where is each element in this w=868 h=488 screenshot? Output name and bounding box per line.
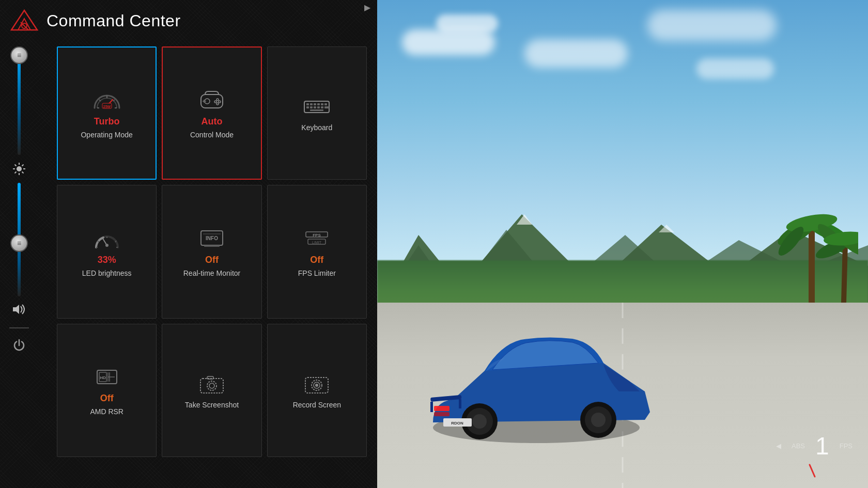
svg-rect-36 — [324, 103, 327, 105]
fps-display-icon: FPS LIMIT — [301, 226, 332, 251]
svg-point-67 — [209, 383, 214, 388]
svg-text:RDON: RDON — [451, 421, 463, 426]
hd-badge-icon: HD — [91, 364, 122, 390]
cloud-2 — [436, 14, 498, 33]
hud-abs-label: ABS — [792, 442, 805, 450]
svg-marker-12 — [13, 305, 19, 314]
game-view: RDON ◀ ABS 1 FPS — [377, 0, 868, 488]
svg-line-9 — [22, 172, 24, 174]
car-svg: RDON — [402, 278, 671, 464]
svg-rect-31 — [306, 103, 309, 105]
fps-limiter-cell[interactable]: FPS LIMIT Off FPS Limiter — [267, 185, 367, 318]
take-screenshot-cell[interactable]: Take Screenshot — [162, 324, 261, 457]
led-brightness-cell[interactable]: 33% LED brightness — [57, 185, 157, 318]
hud-speed: 1 — [815, 432, 829, 460]
svg-point-94 — [472, 414, 487, 429]
svg-point-50 — [105, 244, 109, 247]
svg-rect-52 — [204, 245, 220, 247]
control-mode-cell[interactable]: Auto Control Mode — [162, 46, 261, 180]
realtime-monitor-cell[interactable]: INFO Off Real-time Monitor — [162, 185, 261, 318]
tach-indicator-svg — [776, 462, 817, 478]
amd-rsr-label: AMD RSR — [90, 407, 123, 416]
control-mode-label: Control Mode — [190, 130, 234, 139]
keyboard-cell[interactable]: Keyboard — [267, 46, 367, 180]
svg-rect-32 — [310, 103, 313, 105]
svg-text:25W: 25W — [103, 105, 111, 108]
sidebar-divider — [9, 327, 29, 328]
svg-rect-99 — [434, 412, 450, 416]
svg-rect-33 — [314, 103, 316, 105]
operating-mode-cell[interactable]: 25W Turbo Operating Mode — [57, 46, 157, 180]
control-mode-value: Auto — [202, 116, 223, 127]
svg-rect-68 — [207, 376, 213, 379]
gauge-icon: 25W — [91, 87, 122, 113]
svg-rect-25 — [203, 101, 206, 102]
cloud-3 — [524, 39, 628, 68]
top-slider-track — [18, 52, 21, 155]
svg-point-28 — [214, 101, 216, 103]
power-icon[interactable] — [12, 339, 26, 352]
sidebar-controls — [9, 52, 29, 413]
keyboard-icon — [301, 94, 332, 120]
fps-limiter-value: Off — [310, 255, 323, 265]
chevron-corner-icon: ▶ — [364, 3, 375, 13]
svg-rect-43 — [310, 109, 323, 111]
svg-point-66 — [207, 381, 216, 390]
command-center-panel: Command Center — [0, 0, 377, 488]
amd-rsr-value: Off — [100, 393, 114, 404]
top-slider-thumb[interactable] — [10, 46, 28, 64]
svg-rect-39 — [314, 106, 316, 108]
svg-point-27 — [219, 101, 221, 103]
feature-grid: 25W Turbo Operating Mode — [57, 46, 367, 457]
svg-rect-35 — [321, 103, 323, 105]
svg-rect-38 — [310, 106, 313, 108]
fps-limiter-label: FPS Limiter — [298, 269, 336, 278]
rog-logo-icon — [10, 9, 38, 32]
svg-rect-90 — [430, 402, 433, 412]
take-screenshot-label: Take Screenshot — [185, 400, 239, 410]
svg-point-72 — [315, 384, 318, 387]
record-icon — [301, 371, 332, 397]
cloud-1 — [402, 29, 495, 55]
svg-rect-34 — [317, 103, 320, 105]
svg-point-97 — [591, 413, 606, 427]
top-slider-container[interactable] — [18, 52, 21, 155]
svg-point-3 — [17, 166, 22, 171]
header: Command Center — [0, 0, 377, 37]
gamepad-icon — [196, 87, 227, 113]
svg-rect-40 — [317, 106, 320, 108]
hud-fps-label: FPS — [840, 442, 853, 450]
svg-rect-42 — [324, 106, 329, 108]
app-title: Command Center — [47, 11, 181, 30]
keyboard-label: Keyboard — [301, 123, 332, 132]
svg-point-29 — [216, 103, 219, 105]
realtime-monitor-value: Off — [205, 255, 219, 265]
svg-text:FPS: FPS — [313, 233, 321, 238]
camera-icon — [196, 371, 227, 397]
operating-mode-value: Turbo — [94, 116, 120, 127]
svg-rect-37 — [306, 106, 309, 108]
game-hud: ◀ ABS 1 FPS — [776, 432, 853, 478]
record-screen-cell[interactable]: Record Screen — [267, 324, 367, 457]
volume-icon — [12, 304, 26, 315]
realtime-monitor-label: Real-time Monitor — [183, 269, 240, 278]
svg-text:HD: HD — [100, 375, 106, 380]
svg-rect-91 — [459, 399, 461, 408]
bottom-slider-container[interactable] — [18, 183, 21, 296]
led-gauge-icon — [91, 226, 122, 251]
svg-line-102 — [810, 465, 815, 477]
svg-line-10 — [22, 165, 24, 166]
svg-text:LIMIT: LIMIT — [312, 241, 322, 244]
bottom-slider-thumb[interactable] — [10, 234, 28, 252]
svg-rect-98 — [434, 406, 450, 411]
brightness-icon — [12, 162, 26, 176]
led-brightness-value: 33% — [98, 255, 116, 265]
amd-rsr-cell[interactable]: HD Off AMD RSR — [57, 324, 157, 457]
svg-point-26 — [216, 99, 219, 101]
svg-marker-0 — [11, 10, 37, 30]
operating-mode-label: Operating Mode — [81, 130, 132, 139]
record-screen-label: Record Screen — [293, 400, 341, 410]
svg-rect-41 — [321, 106, 323, 108]
svg-text:INFO: INFO — [206, 235, 218, 241]
led-brightness-label: LED brightness — [82, 269, 132, 278]
